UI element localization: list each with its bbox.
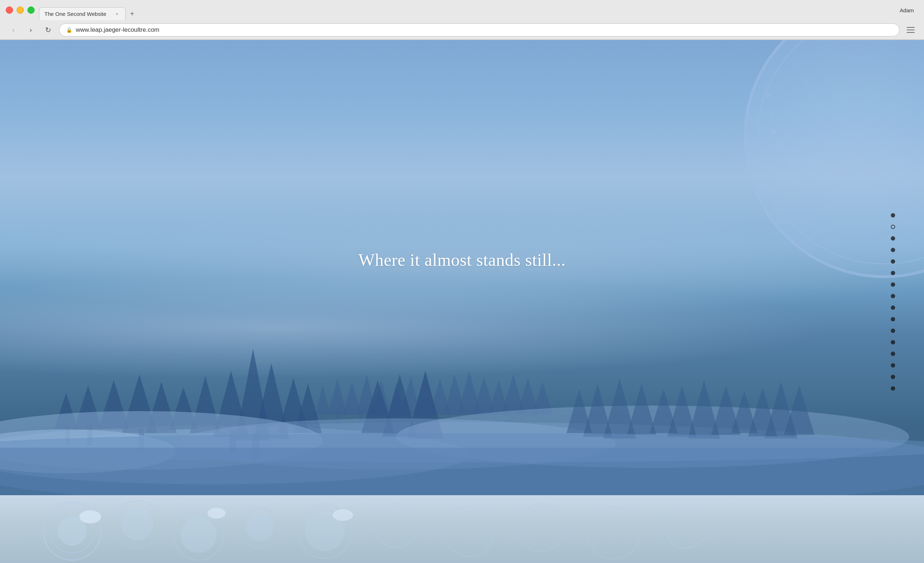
nav-dot-14[interactable]: [891, 363, 895, 367]
traffic-lights: [6, 6, 34, 14]
page-content: 25 24 23 22 21 20 19 18 17 16 15 14 13 1…: [0, 40, 924, 563]
address-bar[interactable]: 🔒 www.leap.jaeger-lecoultre.com: [59, 24, 900, 36]
navigation-dots: [891, 213, 895, 391]
svg-point-106: [665, 506, 707, 548]
tab-close-button[interactable]: ×: [114, 11, 120, 17]
svg-point-109: [333, 509, 353, 521]
svg-point-103: [444, 506, 495, 557]
tabs-area: The One Second Website × +: [39, 0, 891, 20]
bottom-section: [0, 495, 924, 563]
nav-dot-4[interactable]: [891, 248, 895, 252]
svg-point-95: [121, 508, 153, 540]
svg-point-104: [518, 504, 565, 551]
nav-dot-16[interactable]: [891, 386, 895, 391]
nav-dot-12[interactable]: [891, 340, 895, 344]
menu-icon: [907, 32, 915, 33]
watch-inner-ring: [757, 40, 924, 264]
forest-silhouette: [0, 276, 924, 495]
svg-point-105: [588, 507, 640, 559]
nav-dot-10[interactable]: [891, 317, 895, 321]
nav-dot-6[interactable]: [891, 271, 895, 275]
new-tab-button[interactable]: +: [126, 7, 139, 20]
close-button[interactable]: [6, 6, 13, 14]
svg-point-58: [0, 433, 924, 463]
gears-svg: [0, 495, 924, 563]
security-icon: 🔒: [66, 27, 72, 33]
menu-icon: [907, 30, 915, 30]
address-bar-row: ‹ › ↻ 🔒 www.leap.jaeger-lecoultre.com: [0, 20, 924, 40]
nav-dot-11[interactable]: [891, 329, 895, 333]
svg-point-97: [180, 517, 217, 553]
nav-dot-1[interactable]: [891, 213, 895, 217]
browser-chrome: The One Second Website × + Adam ‹ › ↻ 🔒 …: [0, 0, 924, 40]
back-button[interactable]: ‹: [7, 24, 20, 36]
nav-dot-3[interactable]: [891, 236, 895, 241]
tab-title: The One Second Website: [44, 11, 110, 17]
maximize-button[interactable]: [27, 6, 34, 14]
svg-point-108: [207, 508, 226, 519]
nav-dot-15[interactable]: [891, 375, 895, 379]
svg-marker-2: [315, 386, 330, 415]
user-avatar[interactable]: Adam: [896, 6, 918, 15]
nav-dot-13[interactable]: [891, 352, 895, 356]
url-display: www.leap.jaeger-lecoultre.com: [76, 26, 159, 33]
svg-point-99: [246, 514, 274, 541]
active-tab[interactable]: The One Second Website ×: [39, 7, 126, 20]
svg-point-102: [375, 504, 418, 548]
nav-dot-5[interactable]: [891, 259, 895, 264]
nav-dot-2[interactable]: [891, 225, 895, 229]
nav-dot-8[interactable]: [891, 294, 895, 298]
headline-label: Where it almost stands still...: [358, 250, 566, 270]
menu-icon: [907, 27, 915, 28]
nav-dot-9[interactable]: [891, 305, 895, 310]
svg-point-107: [80, 511, 101, 523]
headline-text: Where it almost stands still...: [358, 250, 566, 270]
minimize-button[interactable]: [16, 6, 24, 14]
reload-button[interactable]: ↻: [42, 24, 54, 36]
title-bar: The One Second Website × + Adam: [0, 0, 924, 20]
nav-dot-7[interactable]: [891, 282, 895, 287]
menu-button[interactable]: [904, 24, 917, 36]
forward-button[interactable]: ›: [24, 24, 37, 36]
svg-marker-3: [328, 378, 346, 415]
